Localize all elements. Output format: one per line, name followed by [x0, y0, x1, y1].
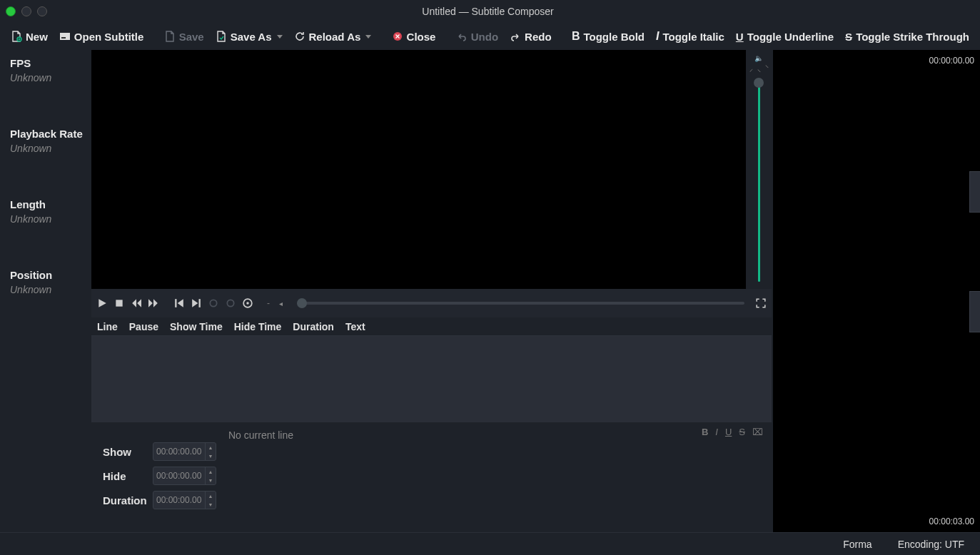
- forward-button[interactable]: [147, 297, 160, 310]
- window-close-button[interactable]: [6, 6, 16, 16]
- speaker-icon[interactable]: ◂: [274, 297, 287, 310]
- save-as-icon: [216, 31, 227, 42]
- hide-time-field[interactable]: [153, 471, 205, 481]
- fmt-clear-icon[interactable]: ⌧: [752, 427, 763, 437]
- mark-in-button[interactable]: [207, 297, 220, 310]
- no-current-line-text: No current line: [227, 425, 772, 441]
- reload-as-button[interactable]: Reload As: [289, 28, 377, 46]
- duration-input[interactable]: ▲▼: [153, 491, 216, 509]
- fmt-underline-icon[interactable]: U: [725, 427, 732, 437]
- svg-point-10: [246, 302, 249, 305]
- mark-out-button[interactable]: [224, 297, 237, 310]
- svg-point-8: [227, 300, 233, 306]
- status-encoding[interactable]: Encoding: UTF: [892, 537, 970, 551]
- side-tab-2[interactable]: [969, 291, 980, 332]
- spin-down-icon[interactable]: ▼: [206, 500, 216, 509]
- next-button[interactable]: [190, 297, 203, 310]
- spin-up-icon[interactable]: ▲: [206, 492, 216, 500]
- loop-button[interactable]: [241, 297, 254, 310]
- length-label: Length: [10, 198, 89, 210]
- hide-time-input[interactable]: ▲▼: [153, 467, 216, 485]
- spin-up-icon[interactable]: ▲: [206, 443, 216, 452]
- fps-label: FPS: [10, 57, 89, 69]
- balance-right-icon[interactable]: ⸜: [757, 64, 761, 73]
- redo-label: Redo: [525, 31, 552, 43]
- svg-rect-6: [199, 299, 201, 307]
- video-viewport[interactable]: [91, 50, 746, 289]
- undo-icon: [456, 31, 468, 42]
- subtitle-table-body[interactable]: [91, 336, 772, 422]
- col-show[interactable]: Show Time: [167, 320, 226, 334]
- save-icon: [164, 31, 176, 42]
- save-label: Save: [179, 31, 204, 43]
- save-button[interactable]: Save: [159, 28, 209, 46]
- col-text[interactable]: Text: [343, 320, 368, 334]
- toggle-italic-button[interactable]: I Toggle Italic: [651, 27, 729, 46]
- col-duration[interactable]: Duration: [290, 320, 337, 334]
- prev-button[interactable]: [173, 297, 186, 310]
- show-time-input[interactable]: ▲▼: [153, 442, 216, 461]
- show-time-label: Show: [103, 446, 148, 458]
- chevron-down-icon: [277, 35, 283, 39]
- show-time-field[interactable]: [153, 447, 205, 457]
- chevron-down-icon: [365, 35, 371, 39]
- fmt-italic-icon[interactable]: I: [715, 427, 718, 437]
- open-subtitle-button[interactable]: Open Subtitle: [54, 28, 149, 46]
- balance-reset-icon[interactable]: ⸌: [765, 64, 769, 73]
- spin-down-icon[interactable]: ▼: [206, 476, 216, 484]
- fmt-strike-icon[interactable]: S: [739, 427, 745, 437]
- italic-label: Toggle Italic: [662, 31, 724, 43]
- strike-label: Toggle Strike Through: [856, 31, 969, 43]
- seek-slider[interactable]: [297, 302, 744, 305]
- hide-time-label: Hide: [103, 470, 148, 482]
- fmt-bold-icon[interactable]: B: [702, 427, 708, 437]
- play-button[interactable]: [96, 297, 108, 310]
- save-as-label: Save As: [231, 31, 272, 43]
- new-file-icon: [11, 31, 22, 42]
- status-format[interactable]: Forma: [837, 537, 877, 551]
- toggle-bold-button[interactable]: B Toggle Bold: [567, 27, 650, 46]
- reload-label: Reload As: [309, 31, 361, 43]
- volume-icon[interactable]: 🔈: [754, 54, 763, 62]
- window-maximize-button[interactable]: [37, 6, 47, 16]
- col-line[interactable]: Line: [94, 320, 121, 334]
- open-label: Open Subtitle: [74, 31, 144, 43]
- rewind-button[interactable]: [130, 297, 143, 310]
- bold-label: Toggle Bold: [583, 31, 645, 43]
- volume-handle[interactable]: [754, 78, 764, 88]
- undo-button[interactable]: Undo: [451, 28, 503, 46]
- svg-rect-4: [116, 300, 122, 306]
- transport-bar: - ◂: [91, 289, 772, 317]
- col-pause[interactable]: Pause: [126, 320, 161, 334]
- save-as-button[interactable]: Save As: [211, 28, 288, 46]
- waveform-end-timecode: 00:00:03.00: [929, 516, 974, 526]
- balance-left-icon[interactable]: ⸝: [749, 64, 753, 73]
- redo-button[interactable]: Redo: [505, 28, 557, 46]
- main-toolbar: New Open Subtitle Save Save As Reload As…: [0, 23, 980, 50]
- stop-button[interactable]: [113, 297, 126, 310]
- new-button[interactable]: New: [6, 28, 53, 46]
- subtitle-table-header: Line Pause Show Time Hide Time Duration …: [91, 317, 772, 336]
- duration-field[interactable]: [153, 495, 205, 505]
- spin-down-icon[interactable]: ▼: [206, 452, 216, 460]
- redo-icon: [510, 31, 521, 42]
- seek-handle[interactable]: [297, 298, 307, 308]
- volume-slider[interactable]: [758, 81, 760, 282]
- side-tab-1[interactable]: [969, 171, 980, 213]
- svg-rect-5: [175, 299, 176, 307]
- toggle-strike-button[interactable]: S Toggle Strike Through: [840, 28, 974, 46]
- fps-value: Unknown: [10, 72, 89, 83]
- fullscreen-button[interactable]: [754, 297, 767, 310]
- status-bar: Forma Encoding: UTF: [0, 532, 980, 555]
- subtitle-text-editor[interactable]: No current line B I U S ⌧: [227, 422, 772, 532]
- strike-icon: S: [845, 31, 852, 43]
- waveform-panel[interactable]: 00:00:00.00 00:00:03.00: [773, 50, 980, 532]
- toggle-underline-button[interactable]: U Toggle Underline: [731, 28, 839, 46]
- position-label: Position: [10, 269, 89, 281]
- col-hide[interactable]: Hide Time: [231, 320, 285, 334]
- spin-up-icon[interactable]: ▲: [206, 467, 216, 476]
- svg-rect-2: [61, 37, 66, 39]
- close-button[interactable]: Close: [387, 28, 441, 46]
- duration-label: Duration: [103, 494, 148, 506]
- window-minimize-button[interactable]: [21, 6, 31, 16]
